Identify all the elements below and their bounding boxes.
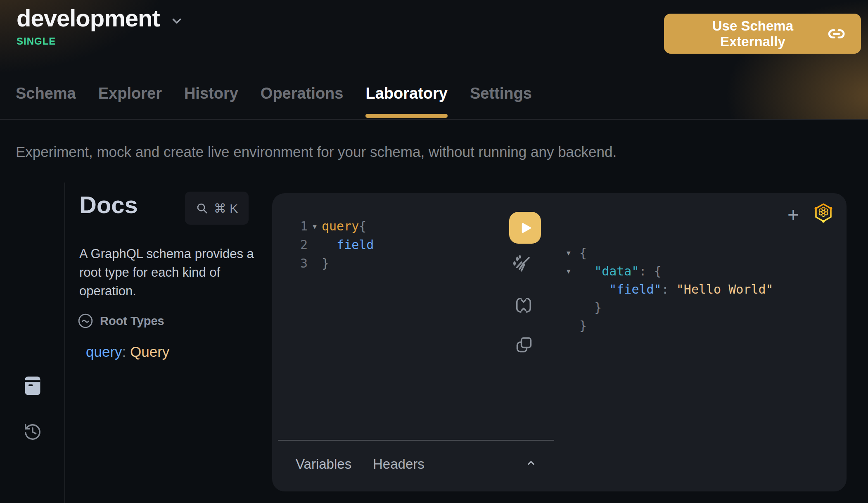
response-line: "field": "Hello World": [567, 280, 773, 298]
root-types-section: Root Types: [78, 313, 164, 329]
chevron-up-icon: [525, 458, 537, 468]
copy-query-button[interactable]: [515, 336, 533, 354]
root-types-label: Root Types: [100, 314, 164, 328]
execute-query-button[interactable]: [509, 212, 541, 244]
line-number: 3: [297, 256, 308, 270]
indent: [322, 237, 337, 252]
line-number: 1: [297, 219, 308, 233]
colon: :: [639, 264, 654, 278]
book-icon: [24, 376, 41, 396]
use-schema-externally-button[interactable]: Use Schema Externally: [664, 14, 861, 54]
response-line: }: [567, 316, 773, 335]
close-brace: }: [579, 318, 587, 333]
merge-fragments-button[interactable]: [514, 296, 533, 315]
laboratory-page: development SINGLE Use Schema Externally…: [0, 0, 868, 503]
fold-triangle-icon[interactable]: ▾: [567, 266, 579, 275]
copy-icon: [515, 336, 533, 354]
response-line: ▾ {: [567, 244, 773, 262]
project-title: development: [17, 4, 160, 32]
indent: [579, 264, 594, 278]
query-editor-line: 2 field: [297, 235, 374, 254]
tab-explorer[interactable]: Explorer: [98, 85, 162, 119]
query-editor-line: 3 }: [297, 254, 374, 273]
open-brace: {: [359, 219, 366, 233]
sidebar-item-docs[interactable]: [0, 376, 65, 396]
field-value: "Hello World": [676, 282, 773, 297]
open-brace: {: [654, 264, 662, 278]
response-line: ▾ "data": {: [567, 262, 773, 280]
play-icon: [518, 221, 533, 235]
graphiql-editor-panel: 1 ▾ query{ 2 field 3 }: [272, 193, 847, 491]
tab-variables[interactable]: Variables: [296, 456, 351, 472]
close-brace: }: [594, 300, 602, 315]
field-name: field: [337, 237, 374, 252]
response-line: }: [567, 298, 773, 316]
indent: [579, 282, 609, 297]
merge-icon: [514, 296, 533, 315]
root-field-type: Query: [130, 344, 169, 360]
root-field-name: query: [86, 344, 122, 360]
query-keyword: query: [322, 219, 359, 233]
prettify-button[interactable]: [511, 254, 533, 276]
tab-laboratory-label: Laboratory: [365, 85, 447, 102]
editor-footer-divider: [278, 440, 554, 441]
plus-icon: +: [787, 204, 799, 225]
search-icon: [196, 202, 208, 214]
docs-intro-text: A GraphQL schema provides a root type fo…: [79, 244, 277, 300]
response-viewer: ▾ { ▾ "data": { "field": "Hello World" }…: [567, 244, 773, 335]
page-description: Experiment, mock and create live environ…: [16, 144, 617, 160]
root-field-colon: :: [122, 344, 130, 360]
query-editor-line: 1 ▾ query{: [297, 217, 374, 235]
tilde-circle-icon: [78, 313, 93, 329]
fold-triangle-icon[interactable]: ▾: [567, 248, 579, 257]
root-type-query-link[interactable]: query: Query: [86, 344, 169, 360]
line-number: 2: [297, 237, 308, 252]
docs-panel-title: Docs: [79, 191, 138, 218]
page-header: development SINGLE Use Schema Externally…: [0, 0, 868, 120]
wand-icon: [511, 254, 533, 276]
project-type-badge: SINGLE: [17, 36, 56, 47]
field-key: "field": [609, 282, 661, 297]
sidebar-item-history[interactable]: [0, 422, 65, 441]
fold-triangle-icon[interactable]: ▾: [308, 222, 322, 231]
tab-laboratory[interactable]: Laboratory: [365, 85, 447, 119]
search-button[interactable]: ⌘ K: [185, 192, 249, 225]
laboratory-sidebar: ⌘: [0, 183, 65, 503]
project-tabs: Schema Explorer History Operations Labor…: [16, 85, 532, 119]
indent: [579, 300, 594, 315]
link-icon: [827, 25, 846, 43]
tab-headers[interactable]: Headers: [373, 456, 425, 472]
tab-operations[interactable]: Operations: [261, 85, 344, 119]
data-key: "data": [594, 264, 639, 278]
open-brace: {: [579, 246, 587, 260]
graphql-hive-logo[interactable]: [813, 202, 834, 225]
history-icon: [23, 422, 42, 441]
tab-schema[interactable]: Schema: [16, 85, 76, 119]
search-shortcut-label: ⌘ K: [214, 201, 238, 216]
chevron-down-icon: [170, 14, 184, 28]
use-schema-externally-label: Use Schema Externally: [679, 18, 827, 50]
add-tab-button[interactable]: +: [782, 203, 805, 226]
tab-settings[interactable]: Settings: [470, 85, 532, 119]
project-selector[interactable]: development: [17, 4, 184, 32]
query-editor[interactable]: 1 ▾ query{ 2 field 3 }: [297, 217, 374, 273]
colon: :: [662, 282, 676, 297]
active-tab-underline: [365, 114, 447, 118]
tab-history[interactable]: History: [184, 85, 238, 119]
close-brace: }: [322, 256, 329, 270]
collapse-editor-tools-button[interactable]: [525, 458, 537, 470]
